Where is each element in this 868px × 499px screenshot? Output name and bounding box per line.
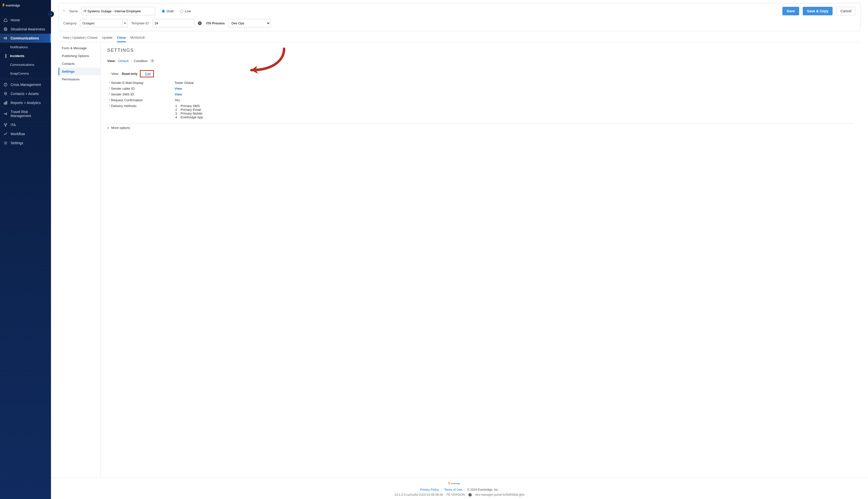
sender-sms-view-link[interactable]: View: [175, 93, 182, 96]
save-button[interactable]: Save: [782, 7, 799, 15]
svg-point-8: [6, 123, 7, 124]
tabs: New | Updated | Closed Update Close MANA…: [59, 31, 860, 42]
sidebar: everbridge « Home Situational Awareness …: [0, 0, 51, 499]
privacy-link[interactable]: Privacy Policy: [420, 488, 439, 491]
sidebar-item-situational[interactable]: Situational Awareness: [0, 25, 51, 34]
ita-process-label: ITA Process: [206, 21, 225, 25]
sidebar-item-contacts[interactable]: Contacts + Assets: [0, 89, 51, 98]
sidebar-item-label: Workflow: [11, 132, 25, 136]
name-label: Name: [69, 9, 78, 13]
build-version: 24.1.0.4-ca31a5d-2024-03-06-06:56: [395, 493, 443, 497]
sidebar-item-reports[interactable]: Reports + Analytics: [0, 98, 51, 107]
sidebar-item-snapcomms[interactable]: SnapComms: [0, 69, 51, 78]
more-options-label: More options: [111, 126, 130, 130]
plane-icon: [3, 112, 8, 116]
tab-close[interactable]: Close: [117, 36, 126, 42]
main-content: * Name Draft Live Save Save & Copy Can: [51, 0, 868, 499]
delivery-label: Delivery methods:: [111, 104, 137, 108]
sidebar-item-label: Situational Awareness: [11, 27, 45, 31]
leftnav-publishing[interactable]: Publishing Options: [59, 52, 100, 60]
fe-version-label: FE-VERSION: [447, 493, 465, 497]
svg-rect-5: [5, 102, 6, 104]
everbridge-logo: everbridge: [0, 0, 51, 11]
leftnav-form-message[interactable]: Form & Message: [59, 44, 100, 52]
draft-label: Draft: [166, 9, 174, 13]
dm-value: Primary Email: [181, 108, 201, 112]
category-select[interactable]: Outages ▾: [80, 19, 128, 27]
svg-point-7: [4, 123, 5, 124]
svg-point-10: [5, 142, 6, 144]
tab-manage[interactable]: MANAGE: [131, 36, 145, 42]
condition-label: Condition: [134, 59, 148, 63]
viewmode-label: View:: [111, 72, 119, 76]
sidebar-item-workflow[interactable]: Workflow: [0, 130, 51, 138]
bullhorn-icon: [3, 36, 8, 40]
leftnav-contacts[interactable]: Contacts: [59, 60, 100, 68]
svg-text:everbridge: everbridge: [450, 483, 460, 485]
terms-link[interactable]: Terms of Use: [444, 488, 462, 491]
category-label: Category: [63, 21, 77, 25]
dm-value: Primary SMS: [181, 104, 200, 108]
tab-new-updated-closed[interactable]: New | Updated | Closed: [63, 36, 97, 42]
sender-caller-view-link[interactable]: View: [175, 87, 182, 90]
dm-num: 3: [175, 112, 177, 115]
leftnav-permissions[interactable]: Permissions: [59, 75, 100, 83]
tab-update[interactable]: Update: [102, 36, 112, 42]
sidebar-item-home[interactable]: Home: [0, 15, 51, 25]
ita-process-select[interactable]: Dev Ops: [228, 19, 271, 27]
condition-count-badge: 0: [150, 59, 155, 63]
dm-num: 4: [175, 115, 177, 119]
sidebar-item-label: Home: [11, 18, 20, 22]
draft-radio[interactable]: Draft: [162, 9, 174, 13]
svg-rect-4: [4, 103, 5, 104]
sidebar-item-label: Reports + Analytics: [11, 101, 41, 105]
footer-logo: everbridge: [448, 481, 471, 486]
sidebar-item-notifications[interactable]: Notifications: [0, 43, 51, 51]
chart-icon: [3, 101, 8, 105]
info-icon[interactable]: i: [198, 21, 202, 25]
sidebar-item-sub-communications[interactable]: Communications: [0, 60, 51, 69]
cancel-button[interactable]: Cancel: [836, 7, 856, 15]
settings-panel: SETTINGS View: Default Condition 0 View:…: [101, 42, 860, 477]
chevron-down-icon: ▾: [122, 19, 127, 27]
save-copy-button[interactable]: Save & Copy: [803, 7, 833, 15]
live-label: Live: [185, 9, 191, 13]
footer: everbridge Privacy Policy Terms of Use ©…: [51, 477, 868, 499]
branch-icon: [3, 123, 8, 127]
dm-value: Everbridge App: [181, 115, 203, 119]
sender-sms-label: Sender SMS ID:: [111, 93, 135, 96]
sidebar-item-travel[interactable]: Travel Risk Management: [0, 107, 51, 120]
sidebar-item-label: SnapComms: [10, 72, 29, 75]
more-options-toggle[interactable]: ▸ More options: [107, 126, 854, 130]
sidebar-item-settings[interactable]: Settings: [0, 138, 51, 147]
dm-num: 1: [175, 104, 177, 108]
live-radio[interactable]: Live: [180, 9, 191, 13]
sidebar-item-label: Settings: [11, 141, 23, 145]
leftnav-settings[interactable]: Settings: [59, 68, 100, 75]
sidebar-item-label: Communications: [11, 36, 39, 40]
dm-value: Primary Mobile: [181, 112, 202, 115]
info-icon[interactable]: i: [468, 493, 472, 497]
sidebar-item-incidents[interactable]: Incidents: [0, 51, 51, 60]
sidebar-item-ita[interactable]: ITA: [0, 120, 51, 130]
request-conf-label: Request Confirmation:: [111, 98, 144, 102]
template-id-input[interactable]: [152, 19, 195, 27]
delivery-methods-list: 1Primary SMS 2Primary Email 3Primary Mob…: [175, 104, 203, 119]
sidebar-item-communications[interactable]: Communications: [0, 34, 51, 43]
sidebar-item-crisis[interactable]: Crisis Management: [0, 80, 51, 89]
sender-email-value: Tower Global: [175, 81, 194, 85]
settings-left-nav: Form & Message Publishing Options Contac…: [59, 42, 101, 477]
svg-text:everbridge: everbridge: [6, 4, 20, 7]
settings-title: SETTINGS: [107, 48, 854, 53]
name-input[interactable]: [82, 7, 155, 15]
edit-highlight-box: Edit: [140, 70, 154, 77]
chevron-right-icon: ▸: [108, 126, 109, 130]
viewmode-value: Read-only: [122, 72, 138, 76]
edit-link[interactable]: Edit: [145, 72, 151, 76]
svg-rect-6: [6, 101, 7, 104]
sender-caller-label: Sender caller ID:: [111, 87, 135, 90]
view-label: View:: [107, 59, 116, 63]
sender-email-label: Sender E-Mail Display:: [111, 81, 144, 85]
sidebar-nav: Home Situational Awareness Communication…: [0, 11, 51, 499]
view-default-link[interactable]: Default: [118, 59, 128, 63]
